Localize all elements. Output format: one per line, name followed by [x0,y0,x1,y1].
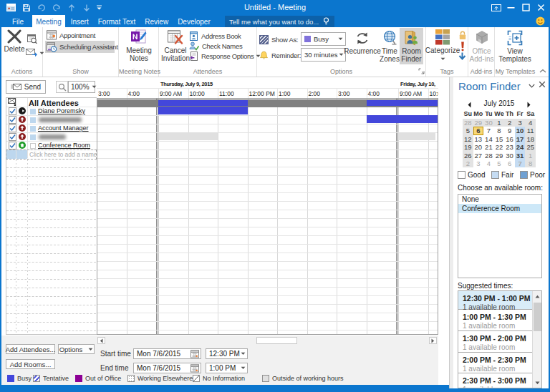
calendar-day[interactable]: 21 [483,143,494,151]
calendar-day[interactable]: 26 [463,152,473,160]
private-lock-icon[interactable] [458,31,467,40]
ribbon-display-options-icon[interactable] [488,0,503,15]
calendar-day[interactable]: 12 [463,135,473,143]
calendar-day[interactable]: 13 [473,135,484,143]
calendar-day[interactable]: 1 [494,119,505,127]
calendar-day[interactable]: 4 [525,119,536,127]
options-button[interactable]: Options [58,344,95,354]
calendar-day[interactable]: 17 [515,135,526,143]
calendar-day[interactable]: 2 [463,160,473,167]
view-templates-button[interactable]: View Templates [498,30,532,63]
tab-file[interactable]: File [6,15,30,27]
available-rooms-list[interactable]: NoneConference Room [458,194,542,278]
calendar-day[interactable]: 29 [473,119,484,127]
empty-attendee-row[interactable] [6,271,96,280]
attendee-name-link[interactable]: Account Manager [38,124,89,132]
empty-attendee-row[interactable] [6,288,96,297]
add-attendee-row[interactable]: Click here to add a name [6,150,96,159]
attendee-name-link[interactable]: Diane Poremsky [38,107,85,115]
empty-attendee-row[interactable] [6,211,96,220]
tell-me-box[interactable]: Tell me what you want to do... [225,16,334,27]
show-as-dropdown[interactable]: Busy [301,32,346,46]
calendar-day[interactable]: 16 [504,135,515,143]
calendar-day[interactable]: 31 [515,152,526,160]
start-time-dropdown[interactable]: 12:30 PM [206,348,248,359]
calendar-day[interactable]: 2 [504,119,515,127]
calendar-day[interactable]: 7 [483,127,494,134]
empty-attendee-row[interactable] [6,220,96,228]
check-names-button[interactable]: Check Names [189,41,242,51]
feedback-smiley-icon[interactable] [536,16,545,26]
calendar-day[interactable]: 9 [504,127,515,134]
save-icon[interactable] [19,2,34,13]
calendar-day[interactable]: 24 [515,143,526,151]
empty-attendee-row[interactable] [6,237,96,245]
suggested-times-scrollbar[interactable] [532,291,541,388]
scrollbar-thumb[interactable] [256,337,297,344]
attendee-checkbox[interactable] [9,142,16,150]
close-icon[interactable] [534,0,549,15]
scroll-left-button[interactable] [97,337,105,344]
scroll-right-button[interactable] [429,337,437,344]
reminder-dropdown[interactable]: 30 minutes [301,48,346,62]
address-book-button[interactable]: Address Book [189,31,241,41]
scheduling-assistant-button[interactable]: Scheduling Assistant [45,41,115,53]
room-list-item[interactable]: None [458,195,541,204]
tab-developer[interactable]: Developer [174,15,214,27]
empty-attendee-row[interactable] [6,280,96,288]
calendar-day[interactable]: 28 [483,152,494,160]
suggested-time-item[interactable]: 1:30 PM - 2:00 PM1 available room [458,331,533,353]
calendar-day[interactable]: 8 [525,160,536,167]
empty-attendee-row[interactable] [6,185,96,194]
calendar-day[interactable]: 29 [494,152,505,160]
empty-attendee-row[interactable] [6,314,96,323]
response-options-button[interactable]: Response Options [189,52,261,61]
show-in-calendar-button[interactable] [27,34,37,44]
suggested-time-item[interactable]: 2:00 PM - 2:30 PM1 available room [458,353,533,374]
pane-menu-chevron-icon[interactable] [529,84,535,88]
cancel-invitation-button[interactable]: Cancel Invitation [159,29,192,62]
add-rooms-button[interactable]: Add Rooms... [6,359,55,369]
collapse-ribbon-icon[interactable] [539,69,546,73]
attendee-checkbox[interactable] [9,124,16,132]
empty-attendee-row[interactable] [6,245,96,254]
calendar-day[interactable]: 30 [483,119,494,127]
empty-attendee-row[interactable] [6,228,96,237]
app-icon[interactable] [4,2,19,13]
empty-attendee-row[interactable] [6,160,96,168]
empty-attendee-row[interactable] [6,254,96,263]
pane-close-icon[interactable] [539,81,546,88]
free-busy-grid[interactable] [97,98,438,335]
tab-meeting[interactable]: Meeting [32,15,65,27]
calendar-day[interactable]: 6 [504,160,515,167]
calendar-day[interactable]: 28 [463,119,473,127]
redo-icon[interactable] [49,2,64,13]
timeline-horizontal-scrollbar[interactable] [97,336,438,345]
calendar-day[interactable]: 20 [473,143,484,151]
scroll-down-icon[interactable] [533,378,542,388]
calendar-day[interactable]: 18 [525,135,536,143]
zoom-level-dropdown[interactable]: 100% [68,81,95,93]
suggested-time-item[interactable]: 12:30 PM - 1:00 PM1 available room [458,291,533,310]
calendar-day[interactable]: 19 [463,143,473,151]
empty-attendee-row[interactable] [6,168,96,177]
categorize-button[interactable]: Categorize [426,29,459,61]
calendar-day[interactable]: 5 [463,127,473,134]
room-list-item[interactable]: Conference Room [458,204,541,213]
add-attendees-button[interactable]: Add Attendees... [6,344,55,354]
suggested-times-list[interactable]: 12:30 PM - 1:00 PM1 available room1:00 P… [458,290,542,388]
end-date-field[interactable]: Mon 7/6/2015 [133,363,201,373]
empty-attendee-row[interactable] [6,263,96,271]
attendee-checkbox[interactable] [9,107,16,115]
calendar-day[interactable]: 11 [525,127,536,134]
office-addins-button[interactable]: Office Add-ins [469,30,494,63]
suggested-time-item[interactable]: 1:00 PM - 1:30 PM1 available room [458,310,533,331]
forward-button[interactable] [26,49,44,57]
attendee-name-link[interactable]: Conference Room [38,142,90,150]
date-picker-icon[interactable] [190,350,199,358]
tab-format-text[interactable]: Format Text [95,15,140,27]
calendar-day[interactable]: 7 [515,160,526,167]
calendar-day[interactable]: 6 [473,127,484,134]
meeting-notes-button[interactable]: Meeting Notes [121,29,157,62]
suggested-scrollbar-thumb[interactable] [534,303,541,331]
